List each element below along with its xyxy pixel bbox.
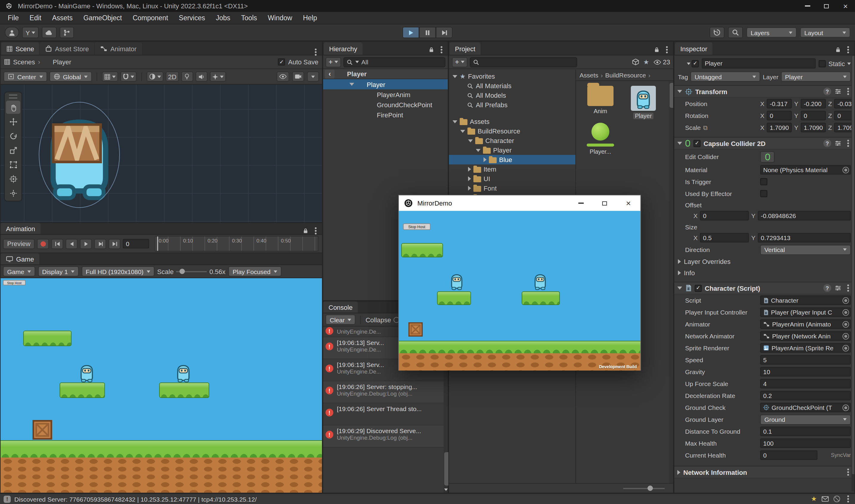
used-by-effector-checkbox[interactable] — [760, 190, 767, 197]
menu-edit[interactable]: Edit — [24, 14, 47, 21]
object-field[interactable]: Player (Network Anin — [760, 331, 851, 341]
stop-host-button[interactable]: Stop Host — [3, 280, 25, 285]
help-icon[interactable] — [823, 88, 831, 95]
foldout-icon[interactable] — [349, 83, 354, 86]
grid-visibility-button[interactable] — [102, 71, 118, 82]
scale-x-field[interactable]: 1.7090 — [767, 123, 792, 132]
kebab-icon[interactable] — [847, 91, 849, 92]
mirror-game-view[interactable]: Stop Host Development Build — [399, 211, 640, 371]
transform-tool[interactable] — [6, 172, 20, 185]
position-y-field[interactable]: -0.200 — [801, 99, 826, 108]
selected-player-sprite[interactable] — [40, 106, 119, 204]
preset-icon[interactable] — [835, 88, 841, 95]
folder-assets[interactable]: Assets — [449, 117, 575, 126]
asset-player-sprite[interactable]: Player... — [583, 123, 618, 155]
object-picker-icon[interactable] — [842, 321, 849, 327]
collapse-toggle[interactable]: Collapse — [366, 316, 391, 323]
menu-assets[interactable]: Assets — [47, 14, 78, 21]
hierarchy-item-player[interactable]: Player — [323, 79, 448, 89]
offset-x-field[interactable]: 0 — [700, 211, 749, 220]
pause-button[interactable] — [419, 27, 436, 38]
network-information-header[interactable]: Network Information — [674, 466, 854, 479]
object-field[interactable]: Character — [760, 295, 851, 305]
tab-scene[interactable]: Scene — [1, 42, 39, 55]
tab-asset-store[interactable]: Asset Store — [40, 42, 94, 55]
ground-layer-dropdown[interactable]: Ground — [760, 414, 851, 425]
prefab-header-row[interactable]: Player — [323, 69, 448, 79]
object-field[interactable]: GroundCheckPoint (T — [760, 403, 851, 412]
folder-character[interactable]: Character — [449, 136, 575, 145]
create-asset-button[interactable] — [452, 57, 468, 67]
kebab-icon[interactable] — [315, 51, 317, 53]
static-toggle[interactable]: Static — [819, 60, 851, 67]
audio-toggle-button[interactable] — [195, 71, 208, 82]
object-field[interactable]: Player (Player Input C — [760, 307, 851, 317]
kebab-icon[interactable] — [847, 471, 849, 473]
asset-player-prefab[interactable]: Player — [626, 86, 661, 119]
scale-tool[interactable] — [6, 144, 20, 157]
kebab-icon[interactable] — [441, 49, 442, 51]
folder-blue[interactable]: Blue — [449, 155, 575, 164]
mirror-window-titlebar[interactable]: MirrorDemo × — [399, 195, 640, 211]
view-hand-tool[interactable] — [6, 101, 20, 114]
lock-icon[interactable] — [835, 47, 841, 53]
import-package-icon[interactable] — [632, 58, 639, 66]
project-scrollbar[interactable] — [669, 82, 673, 483]
cache-disabled-icon[interactable] — [834, 496, 840, 502]
static-checkbox[interactable] — [819, 60, 826, 67]
log-entry[interactable]: [19:06:26] Server: stopping... UnityEngi… — [323, 381, 443, 403]
foldout-icon[interactable] — [677, 90, 682, 93]
object-picker-icon[interactable] — [842, 166, 849, 173]
kebab-icon[interactable] — [847, 498, 849, 500]
folder-ui[interactable]: UI — [449, 174, 575, 183]
menu-window[interactable]: Window — [262, 14, 298, 21]
first-key-button[interactable] — [51, 239, 63, 249]
folder-player[interactable]: Player — [449, 145, 575, 155]
size-x-field[interactable]: 0.5 — [700, 233, 749, 242]
back-arrow-icon[interactable] — [325, 69, 334, 78]
max-health-field[interactable]: 100 — [760, 438, 851, 448]
menu-help[interactable]: Help — [298, 14, 322, 21]
hierarchy-search-input[interactable]: All — [344, 57, 446, 67]
tab-console[interactable]: Console — [323, 302, 358, 313]
inspector-scrollbar[interactable] — [851, 56, 854, 491]
kebab-icon[interactable] — [847, 287, 849, 289]
snap-settings-button[interactable] — [120, 71, 137, 82]
hidden-count-button[interactable]: 23 — [653, 58, 670, 66]
object-picker-icon[interactable] — [842, 309, 849, 316]
maximize-button[interactable] — [817, 0, 836, 12]
breadcrumb-assets[interactable]: Assets — [579, 71, 598, 79]
preview-toggle-button[interactable]: Preview — [3, 239, 35, 249]
object-picker-icon[interactable] — [842, 404, 849, 411]
mirror-demo-window[interactable]: MirrorDemo × Stop Host Development Build — [398, 195, 641, 371]
next-key-button[interactable] — [94, 239, 106, 249]
hierarchy-item-groundcheckpoint[interactable]: GroundCheckPoint — [323, 100, 448, 110]
undo-history-button[interactable] — [710, 27, 725, 38]
mode-2d-button[interactable]: 2D — [166, 71, 179, 82]
status-bar[interactable]: Discovered Server: 7766705935867482432 |… — [0, 493, 855, 504]
effects-toggle-button[interactable] — [210, 71, 226, 82]
preset-icon[interactable] — [835, 140, 841, 147]
move-tool[interactable] — [6, 115, 20, 128]
kebab-icon[interactable] — [847, 142, 849, 144]
prev-key-button[interactable] — [66, 239, 77, 249]
scene-visibility-button[interactable] — [277, 71, 289, 82]
frame-field[interactable]: 0 — [123, 239, 149, 248]
log-entry[interactable]: [19:06:26] Server Thread sto... — [323, 403, 443, 425]
direction-dropdown[interactable]: Vertical — [760, 245, 851, 255]
kebab-icon[interactable] — [847, 49, 849, 51]
link-icon[interactable]: ⧉ — [703, 124, 708, 131]
step-button[interactable] — [436, 27, 453, 38]
capsule-collider-header[interactable]: Capsule Collider 2D — [674, 137, 854, 149]
preset-icon[interactable] — [835, 285, 841, 291]
tag-dropdown[interactable]: Untagged — [691, 71, 761, 82]
scrollbar-thumb[interactable] — [669, 83, 673, 108]
help-icon[interactable] — [823, 284, 831, 292]
folder-font[interactable]: Font — [449, 183, 575, 193]
rotation-x-field[interactable]: 0 — [767, 111, 792, 120]
orientation-dropdown[interactable]: Global — [49, 71, 92, 82]
breadcrumb-prefab[interactable]: Player — [53, 58, 71, 66]
log-entry[interactable]: [19:06:29] Discovered Serve... UnityEngi… — [323, 425, 443, 447]
gizmos-dropdown[interactable] — [307, 71, 319, 82]
menu-tools[interactable]: Tools — [236, 14, 263, 21]
